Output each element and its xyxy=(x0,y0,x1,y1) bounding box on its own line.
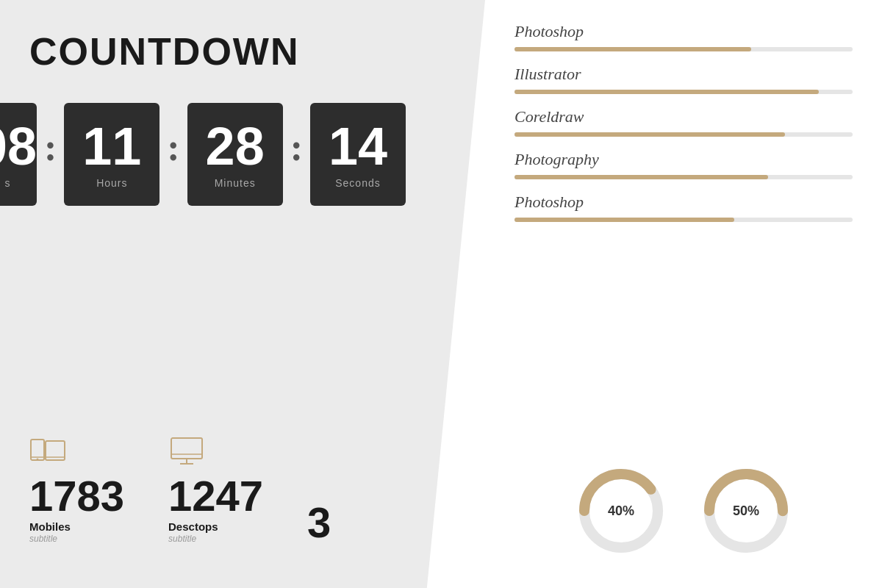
svg-point-2 xyxy=(37,459,39,461)
minutes-label: Minutes xyxy=(215,177,256,189)
minutes-block: 28 Minutes xyxy=(187,103,283,206)
desktop-icon xyxy=(168,437,205,469)
skill-item-1: Illustrator xyxy=(514,65,853,94)
days-value-partial: 08 xyxy=(0,120,37,173)
skill-item-3: Photography xyxy=(514,150,853,179)
countdown-title: COUNTDOWN xyxy=(0,0,485,96)
days-label-partial: s xyxy=(5,177,10,189)
mobiles-sublabel: subtitle xyxy=(29,534,57,544)
left-panel: COUNTDOWN 08 s : 11 Hours : 28 Minutes :… xyxy=(0,0,485,588)
skill-name-2: Coreldraw xyxy=(514,107,853,126)
skill-bar-bg-0 xyxy=(514,47,853,51)
days-block-partial: 08 s xyxy=(0,103,37,206)
charts-section: 40% 50% xyxy=(514,448,853,566)
seconds-label: Seconds xyxy=(335,177,380,189)
stats-section: 1783 Mobiles subtitle 1247 Desctops subt… xyxy=(29,437,331,544)
stat-mobiles: 1783 Mobiles subtitle xyxy=(29,437,124,544)
skill-bar-fill-2 xyxy=(514,132,785,137)
skills-section: Photoshop Illustrator Coreldraw Photogra… xyxy=(514,22,853,448)
skill-bar-fill-1 xyxy=(514,90,819,94)
donut-chart-0: 40% xyxy=(573,463,669,559)
desktops-sublabel: subtitle xyxy=(168,534,196,544)
mobiles-label: Mobiles xyxy=(29,520,71,533)
skill-bar-bg-4 xyxy=(514,218,853,222)
skill-name-4: Photoshop xyxy=(514,193,853,212)
hours-value: 11 xyxy=(82,120,141,173)
other-number: 3 xyxy=(307,501,331,544)
mobile-icon xyxy=(29,437,66,469)
colon-2: : xyxy=(167,126,179,184)
donut-center-0: 40% xyxy=(608,503,634,519)
hours-block: 11 Hours xyxy=(64,103,159,206)
skill-item-0: Photoshop xyxy=(514,22,853,51)
desktops-label: Desctops xyxy=(168,520,218,533)
donut-center-1: 50% xyxy=(733,503,759,519)
skill-name-3: Photography xyxy=(514,150,853,169)
skill-item-2: Coreldraw xyxy=(514,107,853,137)
colon-3: : xyxy=(290,126,303,184)
stat-desktops: 1247 Desctops subtitle xyxy=(168,437,263,544)
hours-label: Hours xyxy=(96,177,127,189)
skill-bar-bg-3 xyxy=(514,175,853,179)
svg-rect-5 xyxy=(171,438,202,459)
skill-bar-bg-2 xyxy=(514,132,853,137)
skill-bar-fill-0 xyxy=(514,47,751,51)
skill-bar-fill-4 xyxy=(514,218,734,222)
desktops-number: 1247 xyxy=(168,475,263,517)
skill-name-1: Illustrator xyxy=(514,65,853,84)
skill-name-0: Photoshop xyxy=(514,22,853,41)
skill-bar-bg-1 xyxy=(514,90,853,94)
minutes-value: 28 xyxy=(206,120,265,173)
stat-other: 3 xyxy=(307,501,331,544)
seconds-block: 14 Seconds xyxy=(310,103,406,206)
skill-bar-fill-3 xyxy=(514,175,768,179)
right-panel: Photoshop Illustrator Coreldraw Photogra… xyxy=(485,0,882,588)
donut-chart-1: 50% xyxy=(698,463,794,559)
mobiles-number: 1783 xyxy=(29,475,124,517)
seconds-value: 14 xyxy=(329,120,387,173)
skill-item-4: Photoshop xyxy=(514,193,853,222)
colon-1: : xyxy=(44,126,57,184)
countdown-row: 08 s : 11 Hours : 28 Minutes : 14 Second… xyxy=(0,96,485,213)
